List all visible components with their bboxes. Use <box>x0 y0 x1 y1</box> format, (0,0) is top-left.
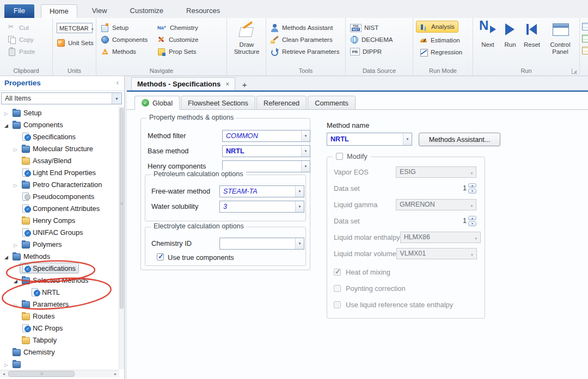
form-tab[interactable]: Global <box>134 96 180 110</box>
ribbon-tab[interactable]: View <box>84 4 115 18</box>
tree-item[interactable]: Components <box>0 119 119 131</box>
water-solubility-combobox[interactable]: 3 <box>219 201 304 213</box>
vertical-scrollbar[interactable] <box>119 107 124 369</box>
checkbox-icon[interactable] <box>334 269 341 276</box>
unit-set-combobox[interactable]: METCBAR <box>57 23 93 33</box>
checkbox-icon[interactable] <box>334 301 341 308</box>
chevron-down-icon[interactable] <box>301 161 310 172</box>
method-filter-combobox[interactable]: COMMON <box>222 130 310 142</box>
method-name-combobox[interactable]: NRTL <box>327 133 412 146</box>
spinner-control[interactable] <box>468 183 476 194</box>
spin-down-icon[interactable] <box>468 189 476 194</box>
dialog-launcher-icon[interactable] <box>572 69 577 74</box>
estimation-mode-button[interactable]: Estimation <box>419 35 460 46</box>
tree-item[interactable]: Assay/Blend <box>0 154 119 166</box>
reset-button[interactable]: Reset <box>521 21 543 48</box>
tree-item[interactable]: UNIFAC Groups <box>0 226 119 238</box>
expander-icon[interactable] <box>2 360 10 368</box>
expander-icon[interactable] <box>11 300 20 308</box>
methods-button[interactable]: Methods <box>101 46 136 57</box>
expander-icon[interactable] <box>2 252 10 260</box>
customize-button[interactable]: Customize <box>157 34 198 45</box>
chevron-down-icon[interactable] <box>295 238 304 249</box>
form-tab[interactable]: Flowsheet Sections <box>181 96 255 110</box>
regression-mode-button[interactable]: Regression <box>419 47 462 58</box>
control-panel-button[interactable]: Control Panel <box>544 21 577 55</box>
checkbox-icon[interactable] <box>334 285 341 292</box>
close-tab-icon[interactable] <box>225 80 229 88</box>
draw-structure-button[interactable]: Draw Structure <box>232 21 261 55</box>
modify-option-row[interactable]: Use liquid reference state enthalpy <box>334 296 476 313</box>
paste-button[interactable]: Paste <box>8 46 35 57</box>
spin-up-icon[interactable] <box>468 216 476 221</box>
document-tab-active[interactable]: Methods - Specifications <box>131 77 235 90</box>
unit-sets-button[interactable]: Unit Sets <box>57 38 94 48</box>
use-true-components-checkbox[interactable] <box>157 253 164 260</box>
expander-icon[interactable] <box>11 240 20 248</box>
tree-filter-combobox[interactable]: All Items <box>1 92 122 104</box>
modify-option-row[interactable]: Heat of mixing <box>334 264 476 280</box>
ribbon-tab[interactable]: Resources <box>178 4 228 18</box>
horizontal-scrollbar[interactable]: ◂ ▸ <box>0 370 119 377</box>
scroll-right-arrow[interactable]: ▸ <box>112 372 119 376</box>
collapse-pane-icon[interactable] <box>117 78 119 86</box>
tree-item[interactable]: NRTL <box>0 286 119 298</box>
tree-item[interactable]: NC Props <box>0 322 119 334</box>
copy-button[interactable]: Copy <box>8 34 34 45</box>
new-tab-button[interactable] <box>238 78 251 90</box>
spin-down-icon[interactable] <box>468 221 476 226</box>
tree-item[interactable]: Parameters <box>0 298 119 310</box>
tree-item[interactable] <box>0 358 119 369</box>
chevron-down-icon[interactable] <box>112 93 121 104</box>
chevron-down-icon[interactable] <box>403 133 412 145</box>
methods-assistant-dialog-button[interactable]: Methods Assistant... <box>419 133 500 146</box>
tree-item[interactable]: Petro Characterization <box>0 178 119 190</box>
modify-option-row[interactable]: Poynting correction <box>334 280 476 296</box>
spinner-control[interactable] <box>468 215 476 227</box>
tree-item[interactable]: Methods <box>0 250 119 262</box>
next-button[interactable]: Next <box>476 21 499 48</box>
chevron-down-icon[interactable] <box>295 186 304 197</box>
spin-up-icon[interactable] <box>468 183 476 188</box>
scrollbar-thumb[interactable] <box>8 371 75 377</box>
tree-item[interactable]: Setup <box>0 107 119 119</box>
chemistry-button[interactable]: Na⁺ Chemistry <box>157 22 198 33</box>
components-button[interactable]: Components <box>101 34 148 45</box>
chevron-down-icon[interactable] <box>295 201 304 212</box>
modify-checkbox[interactable] <box>336 153 343 160</box>
ribbon-tab[interactable]: Home <box>41 4 77 18</box>
run-button[interactable]: Run <box>500 21 520 48</box>
ribbon-tab[interactable]: Customize <box>122 4 171 18</box>
tree-item[interactable]: Selected Methods <box>0 274 119 286</box>
free-water-method-combobox[interactable]: STEAM-TA <box>219 185 304 197</box>
dippr-button[interactable]: PR DIPPR <box>350 46 382 57</box>
tree-item[interactable]: Specifications <box>0 131 119 142</box>
expander-icon[interactable] <box>11 276 20 284</box>
tree-item[interactable]: Light End Properties <box>0 166 119 178</box>
base-method-combobox[interactable]: NRTL <box>222 145 310 157</box>
ribbon-tab[interactable]: File <box>4 4 34 18</box>
analysis-mode-button[interactable]: Analysis <box>416 21 458 33</box>
clean-parameters-button[interactable]: Clean Parameters <box>271 34 333 45</box>
scroll-left-arrow[interactable]: ◂ <box>0 372 8 376</box>
prop-sets-button[interactable]: Prop Sets <box>157 46 197 57</box>
tree-item[interactable]: Polymers <box>0 238 119 250</box>
chevron-down-icon[interactable] <box>91 25 94 32</box>
nist-button[interactable]: TDE NIST NIST <box>350 22 378 33</box>
tree-item[interactable]: Molecular Structure <box>0 142 119 154</box>
methods-assistant-button[interactable]: Methods Assistant <box>271 22 333 33</box>
expander-icon[interactable] <box>11 181 20 189</box>
tree-item[interactable]: Henry Comps <box>0 214 119 226</box>
setup-button[interactable]: Setup <box>101 22 128 33</box>
tree-item[interactable]: Tabpoly <box>0 334 119 346</box>
tree-item[interactable]: Specifications <box>0 262 119 274</box>
expander-icon[interactable] <box>2 121 10 129</box>
dechema-button[interactable]: DECHEMA <box>350 34 393 45</box>
chevron-down-icon[interactable] <box>301 131 310 141</box>
cut-button[interactable]: Cut <box>8 22 29 33</box>
form-tab[interactable]: Referenced <box>256 96 307 110</box>
tree-item[interactable]: Chemistry <box>0 346 119 358</box>
tree-item[interactable]: Component Attributes <box>0 202 119 214</box>
modify-checkbox-label[interactable]: Modify <box>333 152 371 160</box>
expander-icon[interactable] <box>11 145 20 153</box>
